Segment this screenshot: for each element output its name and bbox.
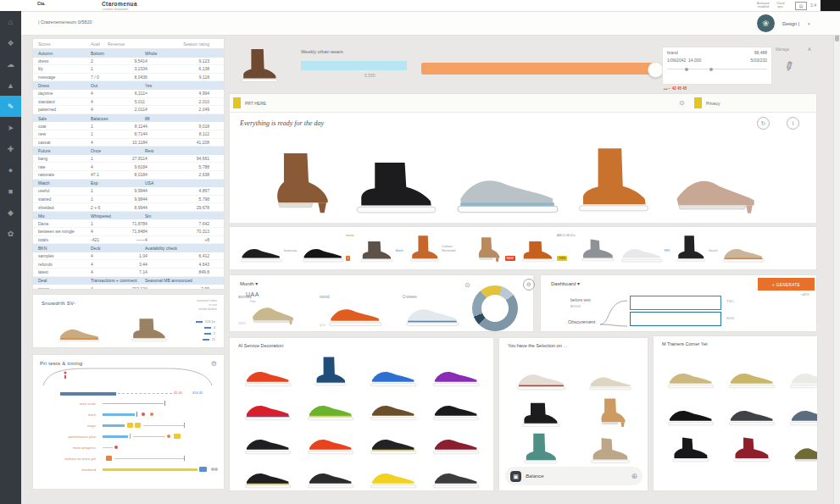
pipeline-row[interactable]: stage xyxy=(40,420,217,431)
sidebar-item-flower[interactable]: ✿ xyxy=(0,223,21,244)
month-item[interactable]: round(2.0 xyxy=(320,295,382,327)
sneaker-shoe-image[interactable] xyxy=(244,365,292,387)
loafer-shoe-image[interactable] xyxy=(57,324,103,342)
link-icon[interactable]: ⊖ xyxy=(523,279,535,291)
input-box-2[interactable] xyxy=(630,312,721,326)
product-thumbnail[interactable] xyxy=(362,421,425,455)
clock-icon[interactable]: ⊙ xyxy=(679,99,685,107)
table-group-row[interactable]: DressOutYes xyxy=(33,81,224,90)
plus-icon[interactable]: ⊕ xyxy=(631,472,637,480)
product-thumb[interactable]: ABCD BCDuTHIS xyxy=(520,234,576,263)
product-thumb[interactable] xyxy=(722,243,765,263)
heel-shoe-image[interactable] xyxy=(591,396,630,428)
product-thumbnail[interactable] xyxy=(362,353,425,387)
product-thumb[interactable]: Lialuas Kerunwel xyxy=(409,235,465,263)
product-thumb[interactable]: black xyxy=(359,239,403,263)
table-row[interactable]: patterned42,01142,049 xyxy=(33,106,224,114)
product-thumbnail[interactable] xyxy=(576,353,645,390)
table-row[interactable]: rationale47.18,01842,638 xyxy=(33,171,224,180)
sidebar-item-home[interactable]: ⌂ xyxy=(0,11,21,32)
table-group-row[interactable]: SaleBalances88 xyxy=(33,114,224,123)
table-group-row[interactable]: BKNDeckAvailability check xyxy=(33,244,224,252)
product-thumbnail[interactable] xyxy=(660,389,721,426)
sneaker-shoe-image[interactable] xyxy=(667,404,715,426)
product-thumbnail[interactable] xyxy=(782,352,818,389)
table-group-row[interactable]: MixWhisperedSin xyxy=(33,212,224,220)
thumb-link[interactable]: black xyxy=(396,249,403,253)
table-row[interactable]: dress29,54149,123 xyxy=(33,58,224,66)
product-thumbnail[interactable] xyxy=(236,455,299,489)
table-row[interactable]: standard45,0112,010 xyxy=(33,98,224,107)
sidebar-item-assets[interactable]: ▲ xyxy=(0,75,21,96)
table-row[interactable]: useful19,99444,867 xyxy=(33,187,224,196)
sneaker-shoe-image[interactable] xyxy=(789,404,818,426)
product-thumbnail[interactable] xyxy=(299,421,362,455)
sneaker-shoe-image[interactable] xyxy=(728,404,776,426)
product-thumbnail[interactable] xyxy=(362,387,425,421)
table-row[interactable]: latest47.14849.8 xyxy=(33,269,224,277)
refresh-icon[interactable]: ↻ xyxy=(757,117,770,130)
month-title[interactable]: Month ▾ xyxy=(240,280,258,286)
boot-shoe-image[interactable] xyxy=(520,239,555,263)
pipeline-row[interactable]: weekend xyxy=(40,464,217,475)
hightop-shoe-image[interactable] xyxy=(581,237,615,263)
layout-icon[interactable]: ▤ xyxy=(795,2,807,10)
table-row[interactable]: started19,98445,798 xyxy=(33,196,224,204)
sidebar-item-send[interactable]: ➤ xyxy=(0,117,21,138)
boot-shoe-image[interactable] xyxy=(359,239,394,263)
pipeline-row[interactable]: performance plan xyxy=(40,431,217,442)
sneaker-shoe-image[interactable] xyxy=(307,433,354,455)
gear-icon[interactable]: ⚙ xyxy=(211,360,217,368)
heel-shoe-image[interactable] xyxy=(255,149,337,214)
sidebar-item-add[interactable]: ✚ xyxy=(0,138,21,159)
table-row[interactable]: refunds43.444,643 xyxy=(33,260,224,269)
sneaker-shoe-image[interactable] xyxy=(244,399,292,421)
sidebar-item-shape[interactable]: ◆ xyxy=(0,202,21,223)
table-row[interactable]: coat18,11449,018 xyxy=(33,122,224,130)
product-thumbnail[interactable] xyxy=(236,387,299,421)
pipeline-row[interactable]: more progress xyxy=(40,442,217,453)
balance-bar[interactable]: ▣ Balance ⊕ xyxy=(505,467,643,485)
product-thumbnail[interactable] xyxy=(576,428,645,465)
table-row[interactable]: lily13,23346,138 xyxy=(33,65,224,74)
product-thumbnail[interactable] xyxy=(660,352,721,389)
sneaker-shoe-image[interactable] xyxy=(370,467,417,489)
table-row[interactable]: samples41.046,412 xyxy=(33,252,224,261)
boot-shoe-image[interactable] xyxy=(353,157,439,214)
sneaker-shoe-image[interactable] xyxy=(667,367,715,389)
table-row[interactable]: casual410,118441,208 xyxy=(33,139,224,147)
sneaker-shoe-image[interactable] xyxy=(789,367,818,389)
table-group-row[interactable]: DealTransactions + commentSeasonal MB an… xyxy=(33,277,224,285)
sidebar-item-cloud[interactable]: ☁ xyxy=(0,53,21,75)
product-thumbnail[interactable] xyxy=(576,390,645,428)
sneaker-shoe-image[interactable] xyxy=(432,467,480,489)
app-logo[interactable]: Cta. xyxy=(37,2,45,5)
sneaker-shoe-image[interactable] xyxy=(244,433,292,455)
progress-bar-orange[interactable] xyxy=(421,63,657,75)
product-thumbnail[interactable] xyxy=(721,426,782,463)
sneaker-shoe-image[interactable] xyxy=(370,399,417,421)
manage-link[interactable]: Manage xyxy=(776,47,789,52)
sidebar-item-layers[interactable]: ❖ xyxy=(0,32,21,53)
sneaker-shoe-image[interactable] xyxy=(370,433,417,455)
tallboot-shoe-image[interactable] xyxy=(409,235,441,263)
sneaker-shoe-image[interactable] xyxy=(432,399,480,421)
heel-shoe-image[interactable] xyxy=(470,235,503,263)
table-row[interactable]: totals-421——4+8 xyxy=(33,236,224,245)
user-menu[interactable]: Design | xyxy=(782,21,799,26)
dashboard-title[interactable]: Dashboard ▾ xyxy=(551,280,580,286)
pipeline-row[interactable]: without no more yet xyxy=(40,453,217,464)
product-thumbnail[interactable] xyxy=(236,421,299,455)
tool-a-icon[interactable]: A xyxy=(808,47,811,52)
product-thumb[interactable]: muna▪ xyxy=(302,234,354,263)
product-thumbnail[interactable] xyxy=(425,387,487,421)
pipeline-row[interactable]: area scale xyxy=(40,398,217,409)
sneaker-shoe-image[interactable] xyxy=(722,243,765,263)
input-box-1[interactable] xyxy=(630,296,721,310)
table-row[interactable]: shielded2 + 68,994429,678 xyxy=(33,203,224,212)
sneaker-shoe-image[interactable] xyxy=(455,166,559,214)
sneaker-shoe-image[interactable] xyxy=(620,243,663,263)
thumb-link[interactable]: F85 xyxy=(665,249,670,253)
sneaker-shoe-image[interactable] xyxy=(405,302,459,327)
sidebar-item-edit[interactable]: ✎ xyxy=(0,96,21,117)
